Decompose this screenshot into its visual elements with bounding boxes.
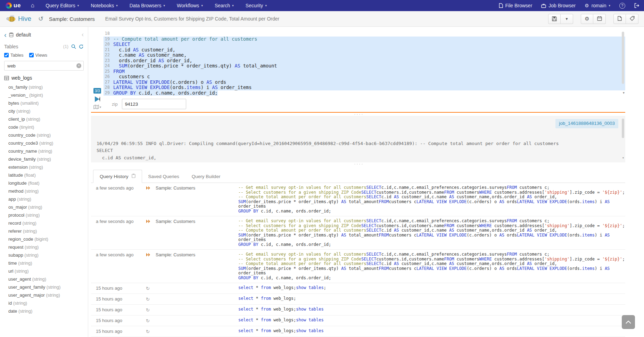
editor-scrollbar-thumb[interactable]: [622, 32, 624, 84]
column-item-record[interactable]: record (string): [8, 219, 84, 227]
logout-button[interactable]: [630, 0, 644, 11]
new-document-button[interactable]: [613, 14, 626, 24]
menu-security[interactable]: Security▾: [240, 3, 273, 8]
column-item-user_agent[interactable]: user_agent (string): [8, 275, 84, 283]
explain-icon[interactable]: ▾: [93, 105, 101, 109]
column-item-referer[interactable]: referer (string): [8, 227, 84, 235]
refresh-icon[interactable]: [79, 44, 84, 49]
menu-search[interactable]: Search▾: [209, 3, 240, 8]
column-item-region_code[interactable]: region_code (bigint): [8, 235, 84, 243]
scroll-to-top-button[interactable]: [622, 315, 635, 329]
column-item-os_family[interactable]: os_family (string): [8, 83, 84, 91]
column-item-city[interactable]: city (string): [8, 107, 84, 115]
column-item-url[interactable]: url (string): [8, 267, 84, 275]
column-item-date[interactable]: date (string): [8, 307, 84, 315]
back-icon[interactable]: ‹: [4, 32, 7, 38]
editor-line-24[interactable]: 24 SUM(order_items.price * order_items.q…: [104, 63, 625, 69]
hue-logo[interactable]: ue: [0, 2, 26, 9]
history-query-sql[interactable]: select * from web_logs;: [238, 296, 625, 302]
save-button[interactable]: [548, 14, 561, 24]
history-query-sql[interactable]: -- Get email survey opt-in values for al…: [238, 252, 625, 280]
app-name[interactable]: Hive: [18, 15, 31, 23]
history-row[interactable]: 15 hours ago↻select * from web_logs;: [91, 294, 625, 305]
column-item-extension[interactable]: extension (string): [8, 163, 84, 171]
tab-saved-queries[interactable]: Saved Queries: [142, 170, 185, 183]
file-browser-link[interactable]: File Browser: [494, 0, 537, 11]
menu-notebooks[interactable]: Notebooks▾: [85, 3, 123, 8]
column-item-_version_[interactable]: _version_ (bigint): [8, 91, 84, 99]
column-item-app[interactable]: app (string): [8, 195, 84, 203]
history-icon[interactable]: ↺: [38, 15, 43, 23]
collapse-panel-icon[interactable]: ‹: [82, 31, 84, 38]
job-browser-link[interactable]: Job Browser: [537, 0, 580, 11]
history-query-name[interactable]: Sample: Customers: [156, 219, 238, 247]
views-filter[interactable]: Views: [29, 53, 47, 58]
history-row[interactable]: a few seconds agoSample: Customers-- Get…: [91, 216, 625, 250]
column-item-client_ip[interactable]: client_ip (string): [8, 115, 84, 123]
clear-search-icon[interactable]: ×: [76, 63, 81, 68]
editor-line-20[interactable]: 20SELECT: [104, 42, 625, 47]
editor-line-18[interactable]: 18: [104, 31, 625, 37]
column-item-latitude[interactable]: latitude (float): [8, 171, 84, 179]
help-button[interactable]: ?: [615, 0, 630, 11]
history-row[interactable]: a few seconds agoSample: Customers-- Get…: [91, 183, 625, 216]
tab-query-history[interactable]: Query History: [93, 170, 142, 183]
variable-zip-input[interactable]: [122, 99, 186, 109]
schedule-button[interactable]: [593, 14, 606, 24]
save-dropdown-button[interactable]: ▾: [561, 14, 573, 24]
views-checkbox[interactable]: [29, 53, 34, 57]
editor-line-25[interactable]: 25FROM: [104, 69, 625, 74]
column-item-country_code3[interactable]: country_code3 (string): [8, 139, 84, 147]
app-brand[interactable]: Hive: [6, 14, 31, 24]
column-item-bytes[interactable]: bytes (smallint): [8, 99, 84, 107]
history-row[interactable]: 15 hours ago↻select * from web_logs;show…: [91, 326, 625, 337]
menu-workflows[interactable]: Workflows▾: [171, 3, 209, 8]
editor-resize-grip[interactable]: [91, 113, 625, 116]
history-query-sql[interactable]: select * from web_logs;show tables: [238, 318, 625, 323]
logs-resize-grip[interactable]: [91, 162, 625, 166]
tables-checkbox[interactable]: [4, 53, 9, 57]
editor-line-27[interactable]: 27LATERAL VIEW EXPLODE(c.orders) o AS or…: [104, 80, 625, 85]
session-settings-button[interactable]: ⚙: [581, 14, 593, 24]
editor-line-28[interactable]: 28LATERAL VIEW EXPLODE(ords.items) i AS …: [104, 85, 625, 90]
tags-button[interactable]: [626, 14, 638, 24]
history-query-sql[interactable]: select * from web_logs;show tables;: [238, 286, 625, 291]
log-scrollbar-down-arrow[interactable]: ▾: [622, 154, 624, 162]
column-item-country_name[interactable]: country_name (string): [8, 147, 84, 155]
editor-line-22[interactable]: 22 c.name AS customer_name,: [104, 53, 625, 58]
editor-line-29[interactable]: 29GROUP BY c.id, c.name, ords.order_id;: [104, 90, 625, 96]
search-icon[interactable]: [71, 44, 76, 49]
column-item-id[interactable]: id (string): [8, 299, 84, 307]
job-link[interactable]: job_1461888648136_0003: [555, 119, 618, 128]
table-item-web-logs[interactable]: web_logs: [4, 75, 84, 81]
history-query-name[interactable]: Sample: Customers: [156, 252, 238, 280]
column-item-longitude[interactable]: longitude (float): [8, 179, 84, 187]
column-item-user_agent_family[interactable]: user_agent_family (string): [8, 283, 84, 291]
history-row[interactable]: 15 hours ago↻select * from web_logs;show…: [91, 305, 625, 315]
column-item-device_family[interactable]: device_family (string): [8, 155, 84, 163]
column-item-protocol[interactable]: protocol (string): [8, 211, 84, 219]
history-query-sql[interactable]: select * from web_logs;show tables: [238, 329, 625, 334]
tables-filter[interactable]: Tables: [4, 53, 24, 58]
history-query-name[interactable]: Sample: Customers: [156, 185, 238, 214]
column-item-time[interactable]: time (string): [8, 259, 84, 267]
home-icon[interactable]: ⌂: [26, 2, 40, 9]
execute-button[interactable]: [95, 96, 100, 102]
database-name[interactable]: default: [16, 32, 31, 38]
editor-line-23[interactable]: 23 ords.order_id AS order_id,: [104, 58, 625, 64]
history-query-sql[interactable]: -- Get email survey opt-in values for al…: [238, 185, 625, 214]
sql-editor[interactable]: 1819-- Compute total amount per order fo…: [104, 30, 625, 96]
editor-line-19[interactable]: 19-- Compute total amount per order for …: [104, 37, 625, 42]
editor-scrollbar-down-arrow[interactable]: ▾: [623, 91, 625, 95]
table-filter-input[interactable]: [4, 61, 84, 71]
menu-query-editors[interactable]: Query Editors▾: [40, 3, 85, 8]
column-item-method[interactable]: method (string): [8, 187, 84, 195]
editor-line-21[interactable]: 21 c.id AS customer_id,: [104, 47, 625, 53]
history-row[interactable]: a few seconds agoSample: Customers-- Get…: [91, 250, 625, 283]
history-row[interactable]: 15 hours ago↻select * from web_logs;show…: [91, 315, 625, 326]
column-item-request[interactable]: request (string): [8, 243, 84, 251]
log-scrollbar-thumb[interactable]: [622, 119, 624, 138]
history-query-sql[interactable]: select * from web_logs;show tables: [238, 307, 625, 313]
column-item-user_agent_major[interactable]: user_agent_major (string): [8, 291, 84, 299]
column-item-code[interactable]: code (tinyint): [8, 123, 84, 131]
